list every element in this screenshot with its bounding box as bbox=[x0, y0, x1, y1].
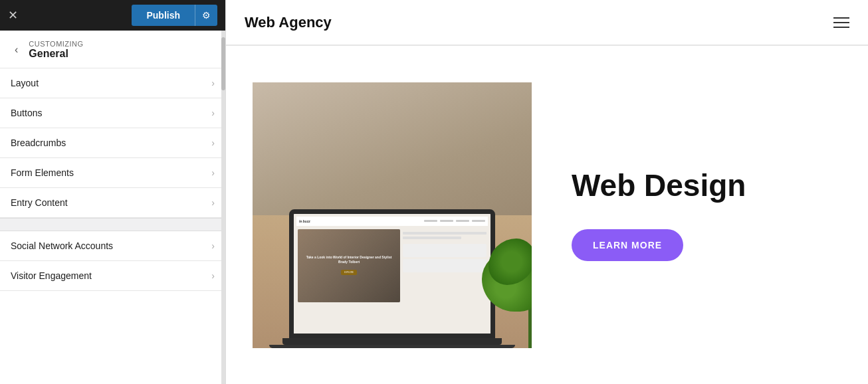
chevron-right-icon: › bbox=[211, 108, 215, 118]
top-bar: ✕ Publish ⚙ bbox=[0, 0, 225, 31]
chevron-right-icon: › bbox=[211, 270, 215, 281]
panel-header-text: Customizing General bbox=[29, 40, 83, 60]
hero-text-area: Web Design LEARN MORE bbox=[572, 169, 841, 261]
scrollbar-thumb[interactable] bbox=[221, 37, 225, 90]
menu-item-form-elements[interactable]: Form Elements › bbox=[0, 158, 225, 188]
chevron-right-icon: › bbox=[211, 240, 215, 251]
preview-nav: Web Agency bbox=[226, 0, 868, 45]
menu-item-label-form-elements: Form Elements bbox=[11, 167, 74, 178]
hamburger-line-2 bbox=[833, 22, 849, 23]
hero-image: le buzz bbox=[253, 82, 532, 348]
menu-item-visitor-engagement[interactable]: Visitor Engagement › bbox=[0, 261, 225, 291]
screen-image-block: Take a Look into World of Interior Desig… bbox=[298, 229, 400, 302]
hero-section: le buzz bbox=[226, 46, 868, 384]
menu-item-breadcrumbs[interactable]: Breadcrumbs › bbox=[0, 128, 225, 158]
menu-group-2: Social Network Accounts › Visitor Engage… bbox=[0, 231, 225, 291]
hamburger-line-1 bbox=[833, 17, 849, 19]
hamburger-menu[interactable] bbox=[833, 17, 849, 28]
close-button[interactable]: ✕ bbox=[8, 8, 18, 23]
menu-section: Layout › Buttons › Breadcrumbs › Form El… bbox=[0, 68, 225, 384]
publish-button[interactable]: Publish bbox=[132, 5, 195, 26]
menu-spacer bbox=[0, 218, 225, 231]
scrollbar-track[interactable] bbox=[221, 31, 225, 384]
laptop-base bbox=[282, 338, 502, 345]
chevron-right-icon: › bbox=[211, 197, 215, 208]
menu-item-label-buttons: Buttons bbox=[11, 108, 42, 118]
general-label: General bbox=[29, 48, 83, 60]
customizer-panel: ✕ Publish ⚙ ‹ Customizing General Layout… bbox=[0, 0, 226, 384]
screen-hero: Take a Look into World of Interior Desig… bbox=[296, 228, 488, 304]
chevron-right-icon: › bbox=[211, 78, 215, 88]
laptop-bottom-edge bbox=[269, 345, 515, 348]
hamburger-line-3 bbox=[833, 27, 849, 28]
chevron-right-icon: › bbox=[211, 167, 215, 178]
menu-item-label-visitor-engagement: Visitor Engagement bbox=[11, 270, 92, 281]
screen-hero-text: Take a Look into World of Interior Desig… bbox=[302, 255, 396, 264]
preview-panel: Web Agency bbox=[226, 0, 868, 384]
screen-btn: EXPLORE bbox=[341, 270, 357, 275]
menu-item-label-layout: Layout bbox=[11, 78, 39, 88]
screen-nav: le buzz bbox=[296, 217, 488, 226]
laptop-container: le buzz bbox=[259, 209, 525, 348]
chevron-right-icon: › bbox=[211, 138, 215, 148]
back-button[interactable]: ‹ bbox=[11, 41, 22, 58]
panel-header: ‹ Customizing General bbox=[0, 31, 225, 68]
publish-settings-button[interactable]: ⚙ bbox=[195, 5, 217, 26]
menu-item-label-breadcrumbs: Breadcrumbs bbox=[11, 138, 66, 148]
stone-wall-bg bbox=[253, 82, 532, 229]
site-title: Web Agency bbox=[245, 14, 332, 31]
learn-more-button[interactable]: LEARN MORE bbox=[572, 229, 683, 261]
menu-item-label-social-network: Social Network Accounts bbox=[11, 240, 113, 251]
screen-sidebar bbox=[403, 229, 487, 302]
publish-area: Publish ⚙ bbox=[132, 5, 217, 26]
screen-nav-logo: le buzz bbox=[299, 219, 326, 223]
menu-group-1: Layout › Buttons › Breadcrumbs › Form El… bbox=[0, 68, 225, 218]
menu-item-layout[interactable]: Layout › bbox=[0, 68, 225, 98]
customizing-label: Customizing bbox=[29, 40, 83, 48]
laptop-screen: le buzz bbox=[289, 209, 495, 338]
menu-item-buttons[interactable]: Buttons › bbox=[0, 98, 225, 128]
screen-content: le buzz bbox=[294, 214, 490, 334]
menu-item-entry-content[interactable]: Entry Content › bbox=[0, 188, 225, 218]
hero-heading: Web Design bbox=[572, 169, 841, 203]
menu-item-label-entry-content: Entry Content bbox=[11, 197, 68, 208]
menu-item-social-network[interactable]: Social Network Accounts › bbox=[0, 231, 225, 261]
